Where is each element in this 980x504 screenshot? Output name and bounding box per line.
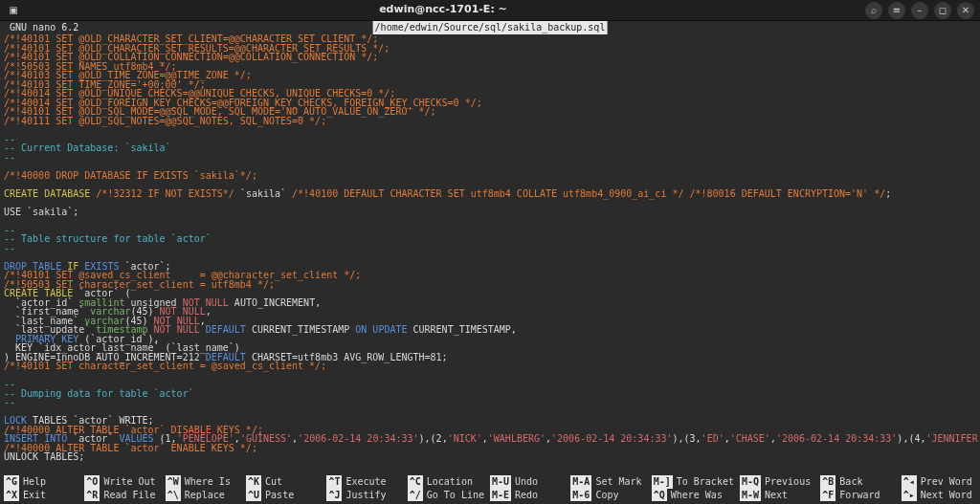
editor-line	[4, 216, 976, 226]
shortcut-item: ^KCut	[246, 475, 321, 489]
shortcut-item: ^JJustify	[326, 489, 401, 502]
shortcut-label: Next Word	[921, 489, 972, 502]
close-icon[interactable]: ✕	[957, 2, 974, 19]
shortcut-label: Help	[23, 475, 46, 489]
shortcut-item: ^WWhere Is	[166, 475, 240, 489]
shortcut-label: Execute	[345, 475, 386, 489]
shortcut-label: Next	[765, 489, 788, 502]
editor-line: -- Current Database: `sakila`	[4, 143, 976, 153]
shortcut-label: Forward	[839, 489, 880, 502]
shortcut-key: ^K	[246, 475, 261, 489]
shortcut-item: ^FForward	[820, 489, 895, 502]
shortcut-item: M-UUndo	[490, 475, 565, 489]
shortcut-key: ^T	[326, 475, 342, 489]
shortcut-key: M-A	[570, 475, 591, 489]
editor-line	[4, 198, 976, 208]
editor-line: -- Dumping data for table `actor`	[4, 389, 976, 399]
shortcut-item: ^\Replace	[166, 489, 240, 502]
shortcut-item: ^QWhere Was	[652, 489, 734, 502]
shortcut-key: ^B	[820, 475, 835, 489]
shortcut-item: M-QPrevious	[740, 475, 814, 489]
shortcut-item: M-]To Bracket	[652, 475, 734, 489]
shortcut-item: ^XExit	[4, 489, 78, 502]
window-title: edwin@ncc-1701-E: ~	[21, 3, 865, 17]
shortcut-key: ^▸	[902, 489, 917, 502]
shortcut-item: ^/Go To Line	[408, 489, 484, 502]
shortcut-key: ^C	[408, 475, 423, 489]
editor-line: CREATE DATABASE /*!32312 IF NOT EXISTS*/…	[4, 189, 976, 199]
shortcut-key: ^Q	[652, 489, 667, 502]
shortcut-label: Write Out	[103, 475, 155, 489]
shortcut-key: ^F	[820, 489, 835, 502]
search-icon[interactable]: ⌕	[865, 2, 882, 19]
shortcut-key: M-]	[652, 475, 673, 489]
editor-line: --	[4, 244, 976, 253]
shortcut-item: ^BBack	[820, 475, 895, 489]
shortcut-label: Where Was	[671, 489, 723, 502]
shortcut-key: ^J	[326, 489, 342, 502]
shortcut-label: Paste	[265, 489, 294, 502]
shortcut-label: Set Mark	[595, 475, 641, 489]
editor-line	[4, 125, 976, 135]
shortcut-item: ^UPaste	[246, 489, 321, 502]
shortcut-label: Undo	[515, 475, 538, 489]
editor-line: --	[4, 153, 976, 163]
editor-line: /*!40000 DROP DATABASE IF EXISTS `sakila…	[4, 171, 976, 181]
shortcut-key: ^W	[166, 475, 181, 489]
shortcut-item: M-6Copy	[570, 489, 645, 502]
shortcut-key: ^R	[84, 489, 100, 502]
nano-status-bar: GNU nano 6.2 /home/edwin/Source/sql/saki…	[0, 21, 980, 34]
shortcut-label: Back	[839, 475, 862, 489]
editor-line: UNLOCK TABLES;	[4, 452, 976, 462]
menu-icon[interactable]: ≡	[888, 2, 905, 19]
window-titlebar: ▣ edwin@ncc-1701-E: ~ ⌕ ≡ – ◻ ✕	[0, 0, 980, 21]
shortcut-key: ^X	[4, 489, 19, 502]
editor-line: /*!40000 ALTER TABLE `actor` ENABLE KEYS…	[4, 444, 976, 453]
minimize-icon[interactable]: –	[911, 2, 928, 19]
shortcut-key: M-Q	[740, 475, 761, 489]
editor-line: /*!50503 SET character_set_client = utf8…	[4, 280, 976, 290]
shortcut-item: M-ERedo	[490, 489, 565, 502]
shortcut-label: Replace	[185, 489, 225, 502]
shortcut-key: M-6	[570, 489, 591, 502]
editor-line	[4, 371, 976, 381]
shortcut-label: Previous	[765, 475, 811, 489]
shortcut-key: ^U	[246, 489, 261, 502]
shortcut-key: M-W	[740, 489, 761, 502]
shortcut-item: ^CLocation	[408, 475, 484, 489]
shortcut-label: Cut	[265, 475, 282, 489]
shortcut-key: ^O	[84, 475, 100, 489]
editor-line: /*!40101 SET character_set_client = @sav…	[4, 362, 976, 371]
shortcut-key: ^◂	[902, 475, 917, 489]
shortcut-key: M-U	[490, 475, 511, 489]
shortcut-label: Redo	[515, 489, 538, 502]
editor-line: -- Table structure for table `actor`	[4, 234, 976, 244]
nano-version: GNU nano 6.2	[4, 21, 84, 34]
shortcut-label: Copy	[595, 489, 618, 502]
shortcut-label: Justify	[345, 489, 386, 502]
shortcut-item: ^◂Prev Word	[902, 475, 976, 489]
nano-file-path: /home/edwin/Source/sql/sakila_backup.sql	[373, 21, 608, 34]
shortcut-key: ^\	[166, 489, 181, 502]
shortcut-item: ^▸Next Word	[902, 489, 976, 502]
shortcut-key: M-E	[490, 489, 511, 502]
shortcut-key: ^/	[408, 489, 423, 502]
shortcut-label: Exit	[23, 489, 46, 502]
editor-viewport[interactable]: /*!40101 SET @OLD_CHARACTER_SET_CLIENT=@…	[0, 34, 980, 474]
shortcut-item: M-ASet Mark	[570, 475, 645, 489]
shortcut-label: Location	[427, 475, 473, 489]
shortcut-key: ^G	[4, 475, 19, 489]
shortcut-label: Where Is	[185, 475, 231, 489]
shortcut-item: ^GHelp	[4, 475, 78, 489]
editor-line: --	[4, 398, 976, 407]
shortcut-item: ^TExecute	[326, 475, 401, 489]
shortcut-label: To Bracket	[677, 475, 734, 489]
terminal-icon: ▣	[6, 3, 21, 18]
shortcut-label: Prev Word	[921, 475, 972, 489]
nano-shortcut-bar: ^GHelp^OWrite Out^WWhere Is^KCut^TExecut…	[0, 473, 980, 504]
editor-line: USE `sakila`;	[4, 208, 976, 217]
shortcut-label: Read File	[103, 489, 155, 502]
shortcut-label: Go To Line	[427, 489, 484, 502]
maximize-icon[interactable]: ◻	[934, 2, 951, 19]
shortcut-item: ^OWrite Out	[84, 475, 159, 489]
